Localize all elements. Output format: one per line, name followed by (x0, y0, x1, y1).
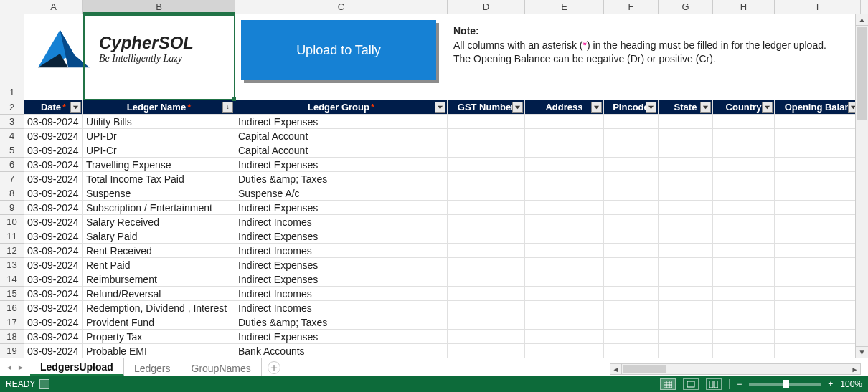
cell-B15[interactable]: Refund/Reversal (83, 287, 235, 301)
cell-E6[interactable] (525, 158, 604, 172)
cell-D15[interactable] (448, 287, 525, 301)
cell-I6[interactable] (775, 158, 861, 172)
column-header-B[interactable]: B (83, 0, 235, 14)
filter-dropdown-button[interactable]: ↓ (222, 102, 233, 113)
cell-C16[interactable]: Indirect Incomes (235, 301, 448, 315)
cell-F18[interactable] (604, 330, 659, 344)
sheet-tab-groupnames[interactable]: GroupNames (181, 358, 262, 376)
cell-B5[interactable]: UPI-Cr (83, 143, 235, 158)
cell-F7[interactable] (604, 172, 659, 186)
cell-G16[interactable] (659, 301, 713, 315)
cell-A19[interactable]: 03-09-2024 (24, 344, 83, 358)
tab-next-icon[interactable]: ► (16, 363, 26, 373)
cell-D11[interactable] (448, 229, 525, 244)
row-number[interactable]: 15 (0, 287, 24, 301)
zoom-value[interactable]: 100% (840, 379, 862, 389)
cell-C5[interactable]: Capital Account (235, 143, 448, 158)
cell-B1-logo[interactable]: CypherSOL Be Intelligently Lazy (83, 14, 235, 100)
row-number[interactable]: 18 (0, 330, 24, 344)
cell-A9[interactable]: 03-09-2024 (24, 201, 83, 215)
cell-C6[interactable]: Indirect Expenses (235, 158, 448, 172)
cell-A8[interactable]: 03-09-2024 (24, 186, 83, 201)
cell-B11[interactable]: Salary Paid (83, 229, 235, 244)
filter-dropdown-button[interactable] (70, 102, 81, 113)
cell-G15[interactable] (659, 287, 713, 301)
cell-H11[interactable] (713, 229, 775, 244)
cell-H3[interactable] (713, 115, 775, 129)
filter-dropdown-button[interactable] (591, 102, 602, 113)
cell-F13[interactable] (604, 258, 659, 272)
cell-B7[interactable]: Total Income Tax Paid (83, 172, 235, 186)
cell-F15[interactable] (604, 287, 659, 301)
cell-E14[interactable] (525, 272, 604, 287)
cell-C7[interactable]: Duties &amp; Taxes (235, 172, 448, 186)
cell-C13[interactable]: Indirect Expenses (235, 258, 448, 272)
cell-D7[interactable] (448, 172, 525, 186)
zoom-knob[interactable] (783, 380, 789, 388)
scroll-up-button[interactable]: ▲ (856, 14, 868, 26)
cell-D17[interactable] (448, 315, 525, 330)
cell-I10[interactable] (775, 215, 861, 229)
cell-G19[interactable] (659, 344, 713, 358)
cell-A18[interactable]: 03-09-2024 (24, 330, 83, 344)
cell-B12[interactable]: Rent Received (83, 244, 235, 258)
cell-F11[interactable] (604, 229, 659, 244)
cell-D5[interactable] (448, 143, 525, 158)
cell-B4[interactable]: UPI-Dr (83, 129, 235, 143)
filter-dropdown-button[interactable] (512, 102, 523, 113)
cell-H6[interactable] (713, 158, 775, 172)
cell-E4[interactable] (525, 129, 604, 143)
cell-G17[interactable] (659, 315, 713, 330)
cell-B14[interactable]: Reimbursement (83, 272, 235, 287)
cell-B19[interactable]: Probable EMI (83, 344, 235, 358)
cell-G3[interactable] (659, 115, 713, 129)
hscroll-thumb[interactable] (623, 365, 666, 373)
cell-H4[interactable] (713, 129, 775, 143)
row-number[interactable]: 14 (0, 272, 24, 287)
row-number[interactable]: 4 (0, 129, 24, 143)
cell-E11[interactable] (525, 229, 604, 244)
cell-F8[interactable] (604, 186, 659, 201)
filter-dropdown-button[interactable] (646, 102, 656, 113)
sheet-tab-ledgersupload[interactable]: LedgersUpload (30, 358, 124, 376)
cell-E7[interactable] (525, 172, 604, 186)
view-page-layout-button[interactable] (683, 378, 699, 390)
cell-note-area[interactable]: Note: All columns with an asterisk (*) i… (448, 14, 861, 100)
scroll-right-button[interactable]: ► (849, 364, 860, 374)
cell-C1-upload[interactable]: Upload to Tally (235, 14, 448, 100)
cell-D6[interactable] (448, 158, 525, 172)
scroll-left-button[interactable]: ◄ (610, 364, 622, 374)
cell-G10[interactable] (659, 215, 713, 229)
cell-I15[interactable] (775, 287, 861, 301)
select-all-corner[interactable] (0, 0, 24, 14)
table-header-H[interactable]: Country (713, 100, 775, 115)
cell-A14[interactable]: 03-09-2024 (24, 272, 83, 287)
cell-E19[interactable] (525, 344, 604, 358)
cell-C17[interactable]: Duties &amp; Taxes (235, 315, 448, 330)
cell-F4[interactable] (604, 129, 659, 143)
upload-to-tally-button[interactable]: Upload to Tally (241, 20, 436, 80)
cell-B3[interactable]: Utility Bills (83, 115, 235, 129)
cell-I19[interactable] (775, 344, 861, 358)
cell-G13[interactable] (659, 258, 713, 272)
cell-E17[interactable] (525, 315, 604, 330)
row-number[interactable]: 16 (0, 301, 24, 315)
cell-D16[interactable] (448, 301, 525, 315)
cell-D19[interactable] (448, 344, 525, 358)
cell-G9[interactable] (659, 201, 713, 215)
cell-C12[interactable]: Indirect Incomes (235, 244, 448, 258)
cell-D18[interactable] (448, 330, 525, 344)
cell-G5[interactable] (659, 143, 713, 158)
cell-I12[interactable] (775, 244, 861, 258)
cell-H17[interactable] (713, 315, 775, 330)
cell-F3[interactable] (604, 115, 659, 129)
filter-dropdown-button[interactable] (762, 102, 773, 113)
cell-G8[interactable] (659, 186, 713, 201)
row-number[interactable]: 5 (0, 143, 24, 158)
cell-A15[interactable]: 03-09-2024 (24, 287, 83, 301)
cell-H10[interactable] (713, 215, 775, 229)
table-header-I[interactable]: Opening Balan (775, 100, 861, 115)
table-header-A[interactable]: Date * (24, 100, 83, 115)
cell-I17[interactable] (775, 315, 861, 330)
cell-C18[interactable]: Indirect Expenses (235, 330, 448, 344)
